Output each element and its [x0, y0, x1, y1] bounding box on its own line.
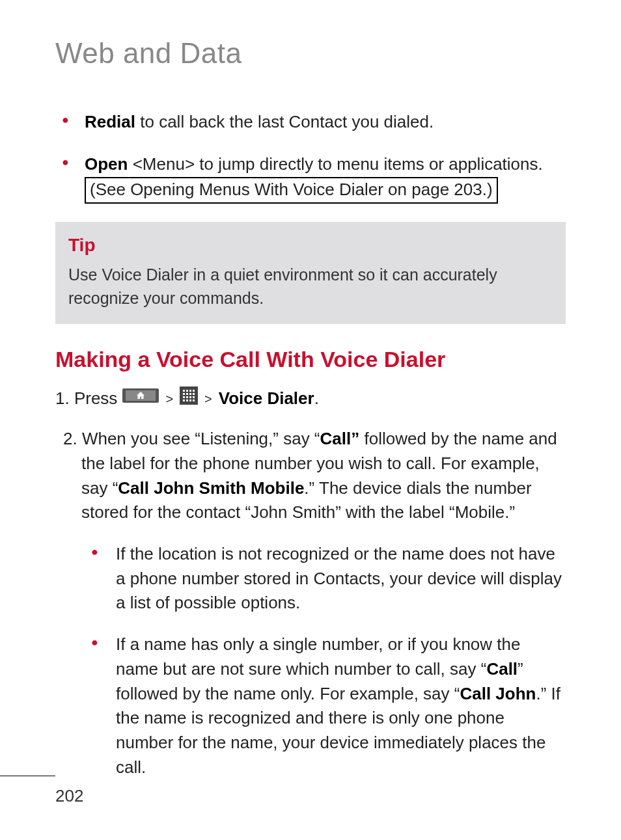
tip-body: Use Voice Dialer in a quiet environment …	[68, 263, 553, 310]
svg-rect-11	[183, 396, 185, 398]
open-bold: Open	[85, 154, 128, 174]
svg-rect-17	[189, 400, 191, 401]
page-number: 202	[55, 784, 83, 809]
step-1: 1. Press > > Voice Dialer.	[55, 386, 566, 412]
svg-rect-6	[193, 390, 195, 392]
step1-voice-dialer: Voice Dialer.	[219, 386, 319, 411]
sub-bullet-2: If a name has only a single number, or i…	[91, 632, 566, 779]
svg-rect-4	[186, 390, 188, 392]
svg-rect-10	[193, 393, 195, 395]
separator-2: >	[203, 390, 214, 409]
sub-bullet-1: If the location is not recognized or the…	[91, 542, 566, 616]
section-heading: Making a Voice Call With Voice Dialer	[55, 344, 566, 375]
svg-rect-18	[193, 400, 195, 401]
svg-rect-8	[186, 393, 188, 395]
svg-rect-3	[183, 390, 185, 392]
svg-rect-14	[193, 396, 195, 398]
open-text: <Menu> to jump directly to menu items or…	[128, 154, 542, 174]
step2-prefix: 2. When you see “Listening,” say “	[63, 429, 320, 448]
svg-rect-13	[189, 396, 191, 398]
apps-grid-icon	[180, 386, 198, 412]
tip-title: Tip	[68, 232, 553, 259]
svg-rect-12	[186, 396, 188, 398]
svg-rect-7	[183, 393, 185, 395]
svg-rect-5	[189, 390, 191, 392]
home-button-icon	[122, 386, 159, 411]
page-rule	[0, 776, 55, 776]
bullet-open: Open <Menu> to jump directly to menu ite…	[62, 152, 566, 204]
separator-1: >	[164, 390, 174, 409]
redial-text: to call back the last Contact you dialed…	[135, 112, 434, 131]
svg-rect-16	[186, 400, 188, 401]
step1-prefix: 1. Press	[55, 386, 117, 411]
bullet-redial: Redial to call back the last Contact you…	[62, 110, 566, 135]
page-title: Web and Data	[55, 33, 566, 74]
redial-bold: Redial	[85, 112, 135, 131]
svg-rect-9	[189, 393, 191, 395]
step2-example-bold: Call John Smith Mobile	[118, 478, 304, 498]
step-2: 2. When you see “Listening,” say “Call” …	[55, 427, 566, 525]
tip-box: Tip Use Voice Dialer in a quiet environm…	[55, 222, 566, 324]
top-bullet-list: Redial to call back the last Contact you…	[62, 110, 566, 204]
svg-rect-15	[183, 400, 185, 401]
sub2-calljohn: Call John	[460, 684, 536, 703]
sub2-a: If a name has only a single number, or i…	[116, 634, 520, 679]
step2-call-bold: Call”	[320, 429, 360, 448]
open-boxed-reference[interactable]: (See Opening Menus With Voice Dialer on …	[85, 177, 498, 204]
sub2-call: Call	[486, 659, 518, 679]
sub-bullet-list: If the location is not recognized or the…	[91, 542, 566, 779]
sub1-text: If the location is not recognized or the…	[116, 544, 562, 612]
svg-rect-2	[180, 386, 198, 405]
